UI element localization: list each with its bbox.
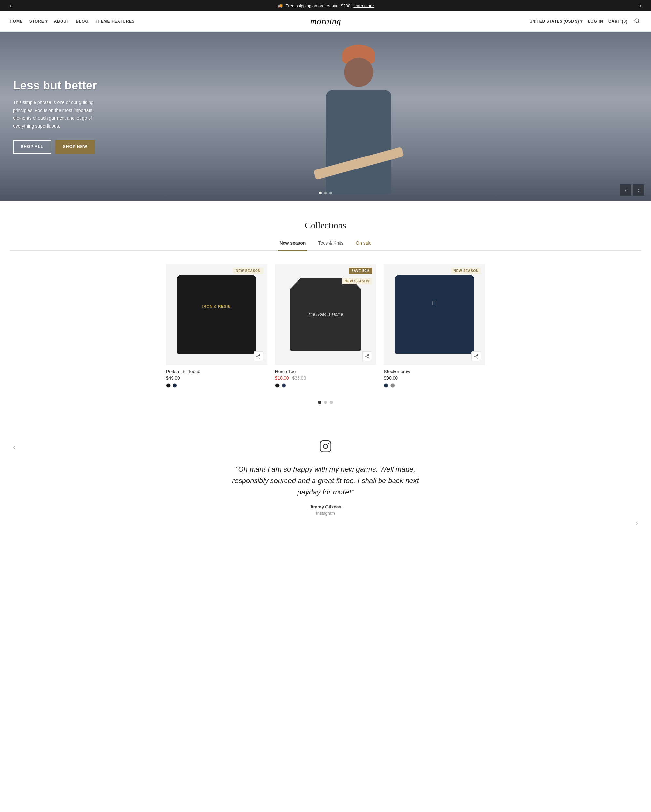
svg-point-3 xyxy=(257,356,258,357)
swatch-3-navy[interactable] xyxy=(384,383,388,388)
products-grid: NEW SEASON Portsmith Fleece $49.00 xyxy=(166,264,485,388)
testimonial-quote: "Oh man! I am so happy with my new garms… xyxy=(231,464,420,498)
product-visual-sweater2 xyxy=(395,275,474,354)
page-dot-3[interactable] xyxy=(330,401,333,404)
hero-next-button[interactable]: › xyxy=(633,185,645,196)
hero-prev-button[interactable]: ‹ xyxy=(620,185,631,196)
nav-about[interactable]: ABOUT xyxy=(54,19,69,24)
product-original-price-2: $36.00 xyxy=(292,375,306,381)
product-placeholder-3 xyxy=(384,264,485,365)
shop-all-button[interactable]: SHOP ALL xyxy=(13,140,52,154)
share-icon xyxy=(256,354,261,359)
collections-section: Collections New season Tees & Knits On s… xyxy=(0,201,651,424)
svg-line-1 xyxy=(638,22,639,23)
nav-left: HOME STORE ▾ ABOUT BLOG THEME FEATURES xyxy=(10,19,135,24)
product-name-3: Stocker crew xyxy=(384,369,485,374)
header: HOME STORE ▾ ABOUT BLOG THEME FEATURES m… xyxy=(0,11,651,32)
hero-title: Less but better xyxy=(13,79,127,92)
product-price-amount-3: $90.00 xyxy=(384,375,398,381)
swatch-2-dark[interactable] xyxy=(275,383,280,388)
svg-point-4 xyxy=(259,357,260,358)
svg-point-19 xyxy=(328,443,329,444)
product-image-1: NEW SEASON xyxy=(166,264,267,365)
hero-dot-3[interactable] xyxy=(329,192,332,194)
tab-new-season[interactable]: New season xyxy=(278,237,307,251)
svg-point-18 xyxy=(323,444,327,448)
announcement-text: Free shipping on orders over $200 xyxy=(286,3,351,8)
nav-home[interactable]: HOME xyxy=(10,19,23,24)
nav-cart[interactable]: CART (0) xyxy=(608,19,628,24)
share-button-2[interactable] xyxy=(362,351,372,361)
product-visual-tee1 xyxy=(290,278,361,351)
testimonial-next-btn[interactable]: › xyxy=(633,516,641,531)
announcement-link[interactable]: learn more xyxy=(353,3,374,8)
nav-login[interactable]: LOG IN xyxy=(588,19,603,24)
search-button[interactable] xyxy=(633,17,641,26)
country-selector[interactable]: UNITED STATES (USD $) ▾ xyxy=(529,19,582,24)
nav-store[interactable]: STORE ▾ xyxy=(29,19,47,24)
announcement-icon: 🚚 xyxy=(277,3,283,8)
share-icon xyxy=(474,354,478,359)
svg-line-16 xyxy=(475,355,477,356)
product-card-2[interactable]: SAVE 50% NEW SEASON Home Tee $18.00 $36.… xyxy=(275,264,376,388)
product-price-1: $49.00 xyxy=(166,375,267,381)
swatch-1-dark[interactable] xyxy=(166,383,171,388)
svg-point-13 xyxy=(475,356,476,357)
svg-point-14 xyxy=(477,357,478,358)
announcement-prev-btn[interactable]: ‹ xyxy=(6,2,15,10)
svg-line-15 xyxy=(475,357,477,357)
svg-point-8 xyxy=(365,356,367,357)
product-badge-sale-2: SAVE 50% xyxy=(349,268,372,274)
svg-line-5 xyxy=(258,357,259,357)
product-sale-price-2: $18.00 xyxy=(275,375,289,381)
page-dot-2[interactable] xyxy=(324,401,327,404)
collections-tabs: New season Tees & Knits On sale xyxy=(10,237,641,251)
hero-content: Less but better This simple phrase is on… xyxy=(0,32,651,201)
announcement-next-btn[interactable]: › xyxy=(636,2,645,10)
product-price-2: $18.00 $36.00 xyxy=(275,375,376,381)
svg-point-9 xyxy=(368,357,369,358)
product-badge-3: NEW SEASON xyxy=(451,268,481,274)
tab-tees-knits[interactable]: Tees & Knits xyxy=(317,237,345,251)
nav-theme-features[interactable]: THEME FEATURES xyxy=(95,19,135,24)
site-logo: morning xyxy=(310,16,341,27)
product-name-2: Home Tee xyxy=(275,369,376,374)
testimonial-section: ‹ "Oh man! I am so happy with my new gar… xyxy=(0,424,651,532)
product-badge-1: NEW SEASON xyxy=(233,268,263,274)
color-swatches-1 xyxy=(166,383,267,388)
hero-section: Less but better This simple phrase is on… xyxy=(0,32,651,201)
instagram-icon xyxy=(10,440,641,456)
hero-dot-2[interactable] xyxy=(324,192,327,194)
swatch-3-gray[interactable] xyxy=(390,383,395,388)
product-card-3[interactable]: NEW SEASON Stocker crew $90.00 xyxy=(384,264,485,388)
svg-point-2 xyxy=(259,354,260,356)
products-pagination xyxy=(10,401,641,404)
product-image-3: NEW SEASON xyxy=(384,264,485,365)
product-price-3: $90.00 xyxy=(384,375,485,381)
hero-pagination xyxy=(319,192,332,194)
share-button-3[interactable] xyxy=(471,351,481,361)
product-card-1[interactable]: NEW SEASON Portsmith Fleece $49.00 xyxy=(166,264,267,388)
svg-line-11 xyxy=(367,355,368,356)
swatch-1-navy[interactable] xyxy=(173,383,177,388)
page-dot-1[interactable] xyxy=(318,401,321,404)
hero-dot-1[interactable] xyxy=(319,192,322,194)
share-button-1[interactable] xyxy=(254,351,263,361)
product-placeholder-1 xyxy=(166,264,267,365)
testimonial-author: Jimmy Gilzean xyxy=(10,504,641,510)
svg-point-7 xyxy=(368,354,369,356)
tab-on-sale[interactable]: On sale xyxy=(355,237,373,251)
hero-buttons: SHOP ALL SHOP NEW xyxy=(13,140,638,154)
product-price-amount-1: $49.00 xyxy=(166,375,180,381)
announcement-bar: ‹ 🚚 Free shipping on orders over $200 le… xyxy=(0,0,651,11)
svg-rect-17 xyxy=(320,441,331,452)
testimonial-prev-btn[interactable]: ‹ xyxy=(10,440,18,455)
product-name-1: Portsmith Fleece xyxy=(166,369,267,374)
color-swatches-3 xyxy=(384,383,485,388)
product-visual-sweater1 xyxy=(177,275,256,354)
swatch-2-navy2[interactable] xyxy=(281,383,286,388)
country-label: UNITED STATES (USD $) xyxy=(529,19,579,24)
svg-point-12 xyxy=(477,354,478,356)
shop-new-button[interactable]: SHOP NEW xyxy=(55,140,95,154)
nav-blog[interactable]: BLOG xyxy=(76,19,89,24)
